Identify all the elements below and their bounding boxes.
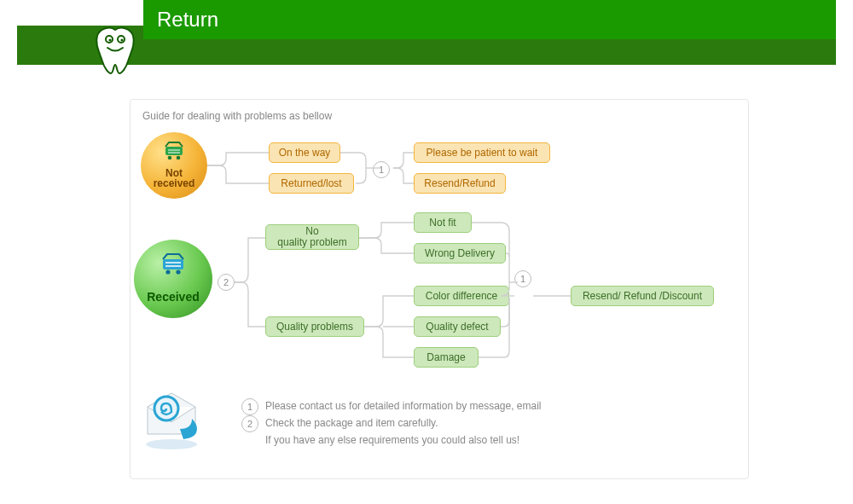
- legend-tag-1: 1: [241, 398, 258, 415]
- svg-point-1: [108, 38, 111, 41]
- svg-point-10: [146, 439, 197, 449]
- legend-line-1: Please contact us for detailed informati…: [265, 398, 542, 414]
- legend-tag-2: 2: [241, 415, 258, 432]
- header-inner: Return: [143, 0, 836, 39]
- header-title: Return: [157, 8, 218, 32]
- box-resend-refund: Resend/Refund: [414, 173, 506, 194]
- svg-rect-4: [165, 147, 183, 155]
- conn-nr-left: [207, 142, 276, 194]
- box-no-quality-problem: No quality problem: [265, 224, 359, 250]
- conn-rc-qp: [364, 286, 419, 368]
- cart-icon: [158, 253, 189, 275]
- badge-received: Received: [134, 240, 212, 318]
- box-damage: Damage: [414, 347, 479, 368]
- cart-icon: [161, 142, 187, 160]
- svg-rect-7: [163, 259, 183, 269]
- svg-point-3: [120, 38, 123, 41]
- legend-line-2: Check the package and item carefully.: [265, 415, 438, 431]
- flow-card: Guide for dealing with problems as bello…: [130, 99, 749, 479]
- tooth-icon: [90, 22, 140, 77]
- box-resend-refund-discount: Resend/ Refund /Discount: [571, 286, 714, 306]
- box-on-the-way: On the way: [269, 142, 340, 163]
- svg-point-6: [177, 156, 181, 160]
- box-quality-problems: Quality problems: [265, 316, 364, 337]
- box-please-wait: Please be patient to wait: [414, 142, 550, 163]
- conn-rc-merge: [472, 212, 574, 359]
- svg-point-9: [176, 269, 180, 274]
- email-icon: [136, 388, 207, 453]
- box-not-fit: Not fit: [414, 212, 472, 233]
- badge-received-label: Received: [134, 291, 212, 303]
- legend-extra: If you have any else requirements you co…: [265, 432, 542, 448]
- svg-point-8: [165, 269, 170, 274]
- conn-nr-mid: [340, 142, 417, 194]
- svg-point-5: [168, 156, 172, 160]
- conn-rc-root: [212, 224, 272, 340]
- legend: 1Please contact us for detailed informat…: [241, 398, 542, 448]
- conn-rc-noqp: [359, 212, 419, 264]
- guide-text: Guide for dealing with problems as bello…: [142, 110, 332, 122]
- badge-not-received-label: Not received: [141, 168, 207, 188]
- badge-not-received: Not received: [141, 132, 207, 199]
